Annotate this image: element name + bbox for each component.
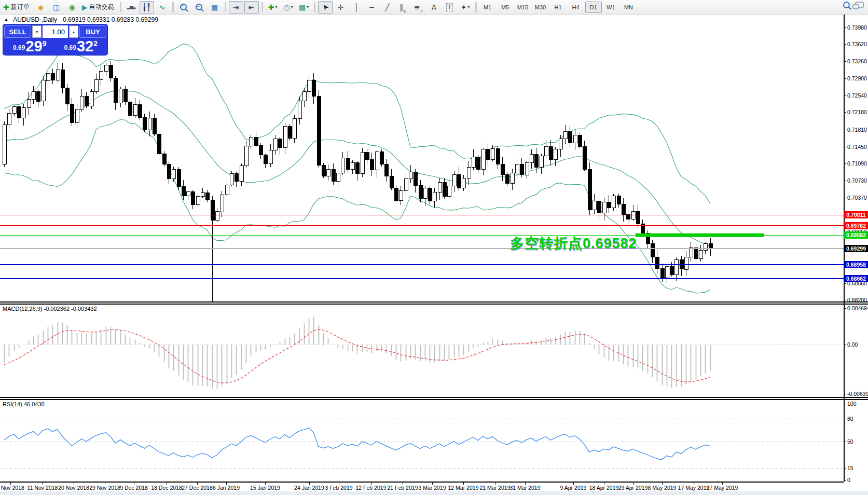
toolbar-separator bbox=[120, 2, 121, 12]
pane-separator[interactable] bbox=[0, 301, 868, 302]
fibonacci-button[interactable]: ≡F bbox=[411, 1, 426, 13]
periods-dropdown-button[interactable]: ◷▾ bbox=[281, 1, 296, 13]
zoom-out-button[interactable]: − bbox=[192, 1, 206, 13]
bar-chart-button[interactable]: ▂▅▃ bbox=[124, 1, 139, 13]
toolbar-separator bbox=[314, 2, 315, 12]
date-axis-label[interactable]: 6 Jan 2019 bbox=[213, 485, 240, 491]
date-axis-label[interactable]: 29 Apr 2019 bbox=[618, 485, 648, 491]
volume-input[interactable]: 1.00 bbox=[43, 25, 68, 38]
mql5-market-button[interactable]: ◆ bbox=[34, 1, 48, 13]
sell-price-base: 0.69 bbox=[13, 44, 25, 51]
line-chart-icon: ∿ bbox=[159, 4, 166, 11]
sell-price-sup: 9 bbox=[43, 39, 47, 48]
tile-windows-button[interactable]: ▦ bbox=[208, 1, 222, 13]
rsi-label: RSI(14) 46.0430 bbox=[3, 401, 45, 407]
date-axis-label[interactable]: 18 Apr 2019 bbox=[589, 485, 619, 491]
timeframe-m15-button[interactable]: M15 bbox=[515, 2, 531, 13]
timeframe-h4-button[interactable]: H4 bbox=[568, 2, 584, 13]
equidistant-channel-icon: ∥ bbox=[399, 4, 403, 11]
date-axis-label[interactable]: 9 Dec 2018 bbox=[120, 485, 148, 491]
price-axis-tick bbox=[844, 163, 846, 164]
pane-separator[interactable] bbox=[0, 304, 868, 305]
label-button[interactable]: T bbox=[443, 1, 457, 13]
volume-decrease-button[interactable]: ▾ bbox=[32, 25, 42, 38]
timeframe-mn-button[interactable]: MN bbox=[621, 2, 637, 13]
pane-separator[interactable] bbox=[0, 399, 868, 400]
date-axis-label[interactable]: 11 Nov 2018 bbox=[27, 485, 58, 491]
equidistant-channel-button[interactable]: ∥E bbox=[396, 1, 410, 13]
time-axis-border bbox=[0, 482, 844, 483]
virtual-hosting-button[interactable]: ◫ bbox=[49, 1, 64, 13]
date-axis-label[interactable]: 17 May 2019 bbox=[678, 485, 710, 491]
timeframe-m1-button[interactable]: M1 bbox=[479, 2, 496, 13]
text-icon: A bbox=[432, 4, 437, 11]
horizontal-line-button[interactable]: ─ bbox=[365, 1, 379, 13]
sell-price[interactable]: 0.69 29 9 bbox=[4, 38, 56, 53]
date-axis-label[interactable]: 12 Feb 2019 bbox=[356, 485, 387, 491]
date-axis-label[interactable]: 24 Jan 2019 bbox=[294, 485, 324, 491]
volume-increase-button[interactable]: ▴ bbox=[69, 25, 78, 38]
autotrading-button[interactable]: ▶自动交易 bbox=[80, 1, 117, 13]
candlestick-chart-button[interactable]: ╽╿ bbox=[140, 1, 154, 13]
buy-price[interactable]: 0.69 32 2 bbox=[56, 38, 107, 53]
date-axis-label[interactable]: 3 Mar 2019 bbox=[418, 485, 446, 491]
timeframe-h1-button[interactable]: H1 bbox=[550, 2, 567, 13]
buy-price-base: 0.69 bbox=[64, 44, 76, 51]
timeframe-m30-button[interactable]: M30 bbox=[532, 2, 549, 13]
date-axis-label[interactable]: 21 Mar 2019 bbox=[480, 485, 511, 491]
price-axis-label: 0.73620 bbox=[847, 41, 867, 47]
line-chart-button[interactable]: ∿ bbox=[155, 1, 170, 13]
date-axis-label[interactable]: 31 Mar 2019 bbox=[510, 485, 541, 491]
date-axis-label[interactable]: 20 Nov 2018 bbox=[58, 485, 89, 491]
date-axis-label[interactable]: 21 Feb 2019 bbox=[388, 485, 418, 491]
price-axis-label: 0.72900 bbox=[847, 75, 867, 81]
signals-button[interactable]: ◉ bbox=[65, 1, 79, 13]
timeframe-d1-button[interactable]: D1 bbox=[585, 2, 602, 13]
arrows-button[interactable]: ✦▾ bbox=[458, 1, 473, 13]
new-order-icon: ✚ bbox=[3, 4, 9, 11]
auto-scroll-button[interactable]: ⇥ bbox=[229, 1, 243, 13]
date-axis-label[interactable]: 8 May 2019 bbox=[648, 485, 677, 491]
new-order-button[interactable]: ✚新订单 bbox=[2, 1, 33, 13]
rsi-pane bbox=[0, 400, 844, 482]
price-axis-tick bbox=[844, 44, 846, 45]
timeframe-w1-button[interactable]: W1 bbox=[603, 2, 619, 13]
rsi-axis-tick bbox=[844, 419, 846, 419]
date-axis-label[interactable]: 27 Dec 2018 bbox=[182, 485, 213, 491]
chevron-down-icon: ▾ bbox=[291, 5, 293, 9]
date-axis-label[interactable]: 29 Nov 2018 bbox=[89, 485, 120, 491]
chevron-down-icon: ▾ bbox=[307, 5, 309, 9]
timeframe-m5-button[interactable]: M5 bbox=[497, 2, 514, 13]
sell-button[interactable]: SELL bbox=[4, 25, 31, 38]
rsi-axis-label: 15 bbox=[847, 465, 853, 471]
buy-button[interactable]: BUY bbox=[79, 25, 106, 38]
search-icon[interactable] bbox=[843, 2, 850, 8]
zoom-in-button[interactable]: + bbox=[176, 1, 191, 13]
text-button[interactable]: A bbox=[427, 1, 442, 13]
date-axis-label[interactable]: 15 Jan 2019 bbox=[250, 485, 280, 491]
chart-shift-button[interactable]: ⇤ bbox=[244, 1, 259, 13]
zoom-in-icon: + bbox=[180, 4, 187, 10]
chart-annotation-text[interactable]: 多空转折点0.69582 bbox=[510, 234, 637, 253]
date-axis-label[interactable]: 3 Feb 2019 bbox=[325, 485, 352, 491]
template-dropdown-button[interactable]: ▤▾ bbox=[297, 1, 311, 13]
cursor-button[interactable]: ➤ bbox=[318, 1, 333, 13]
vertical-line-button[interactable]: │ bbox=[349, 1, 364, 13]
auto-scroll-icon: ⇥ bbox=[233, 4, 239, 11]
toolbar-separator bbox=[225, 2, 226, 12]
date-axis-label[interactable]: 9 Apr 2019 bbox=[560, 485, 587, 491]
trendline-button[interactable]: ╱ bbox=[380, 1, 395, 13]
date-axis-label[interactable]: 27 May 2019 bbox=[707, 485, 738, 491]
pane-separator[interactable] bbox=[0, 397, 868, 398]
crosshair-button[interactable]: ✛ bbox=[334, 1, 348, 13]
rsi-axis-tick bbox=[844, 442, 846, 442]
crosshair-icon: ✛ bbox=[338, 4, 344, 11]
date-axis-label[interactable]: 1 Nov 2018 bbox=[0, 485, 24, 491]
date-axis-label[interactable]: 12 Mar 2019 bbox=[448, 485, 479, 491]
zoom-out-icon: − bbox=[196, 4, 202, 10]
add-indicator-button[interactable]: ✚▾ bbox=[266, 1, 280, 13]
mql5-market-icon: ◆ bbox=[38, 4, 44, 11]
date-axis-label[interactable]: 18 Dec 2018 bbox=[151, 485, 182, 491]
chat-icon[interactable] bbox=[855, 2, 864, 8]
panel-collapse-arrow[interactable]: ▲ bbox=[4, 17, 8, 22]
